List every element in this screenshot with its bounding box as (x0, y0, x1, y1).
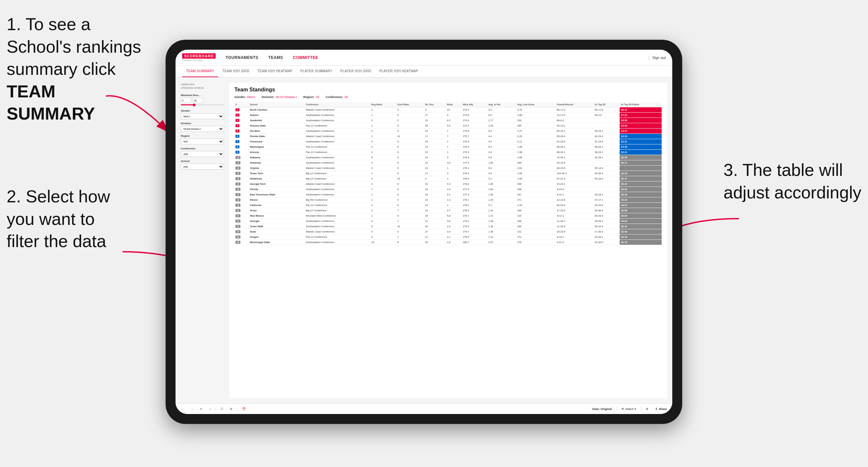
cell-vs-top50: 83.24 (620, 197, 662, 203)
cell-school: Arizona (249, 150, 305, 155)
cell-vs-top50: 87.21 (620, 113, 662, 118)
cell-vs-top25 (593, 187, 620, 192)
cell-reg-rank: 5 (370, 229, 396, 235)
table-division-filter: Division: NCAA Division I (261, 95, 297, 99)
cell-avg-par: 1.44 (488, 208, 516, 213)
cell-wins-adj: 276.1 (462, 165, 488, 171)
subnav-team-summary[interactable]: TEAM SUMMARY (182, 66, 218, 77)
cell-conf-rank: 24 (396, 176, 424, 182)
cell-rnds: 6.2 (446, 182, 462, 187)
logo-scoreboard: SCOREBOARD (182, 53, 216, 59)
subnav-team-h2h-heatmap[interactable]: TEAM H2H HEATMAP (253, 66, 297, 77)
col-avg-low: Avg. Low Score (516, 102, 556, 107)
cell-avg-low: 1.98 (516, 145, 556, 150)
cell-vs-top25: 40-29-2 (593, 134, 620, 139)
cell-rnds: 1 (446, 165, 462, 171)
cell-wins-adj: 278.5 (462, 176, 488, 182)
toolbar-back[interactable]: ← (179, 406, 186, 412)
table-row: 12 Virginia Atlantic Coast Conference 3 … (235, 165, 662, 171)
cell-overall: 63-15-1 (556, 128, 593, 134)
cell-reg-rank: 9 (370, 235, 396, 240)
cell-wins-adj: 273.5 (462, 107, 488, 113)
cell-overall: 17-33-4 (556, 208, 593, 213)
table-panel: Team Standings Gender: Men's Division: N… (229, 83, 667, 398)
cell-no-tour: 22 (424, 160, 446, 165)
school-select[interactable]: (All) (181, 164, 224, 169)
toolbar-watch-button[interactable]: 👁 Watch ▾ (619, 406, 638, 412)
cell-rnds: 7 (446, 134, 462, 139)
toolbar-settings[interactable]: ⚙ (228, 406, 235, 412)
nav-teams[interactable]: TEAMS (268, 54, 283, 61)
cell-avg-par: 5.6 (488, 155, 516, 160)
toolbar-clock[interactable]: ⏰ (240, 406, 248, 412)
region-select[interactable]: N/A (181, 138, 224, 145)
toolbar-view-button[interactable]: View: Original (590, 406, 614, 412)
cell-wins-adj: 276.2 (462, 150, 488, 155)
table-row: 16 Florida Southeastern Conference 7 9 2… (235, 187, 662, 192)
cell-vs-top25: 53-18-0 (593, 176, 620, 182)
cell-school: Arizona State (249, 123, 305, 128)
cell-conference: Big 12 Conference (305, 176, 370, 182)
cell-conf-rank: 8 (396, 240, 424, 245)
filter-region: Region N/A (181, 134, 224, 145)
cell-overall: 97-21-0 (556, 176, 593, 182)
subnav-player-h2h-heatmap[interactable]: PLAYER H2H HEATMAP (376, 66, 422, 77)
sign-out-link[interactable]: Sign out (652, 56, 665, 60)
cell-vs-top50: 80.13 (620, 240, 662, 245)
toolbar-reload[interactable]: ↻ (198, 406, 205, 412)
col-conference: Conference (305, 102, 370, 107)
instruction-step-2-text: 2. Select how you want to filter the dat… (7, 187, 110, 251)
cell-avg-low: 1.86 (516, 155, 556, 160)
toolbar-share-button[interactable]: ⇧ Share (653, 406, 669, 412)
cell-vs-top25: 40-38-3 (593, 171, 620, 176)
toolbar-grid[interactable]: ☷ (219, 406, 225, 412)
rounds-slider-track[interactable] (181, 104, 224, 105)
toolbar-home[interactable]: ⌂ (207, 406, 213, 412)
cell-rnds: 3 (446, 155, 462, 160)
cell-vs-top25: 39-20-1 (593, 145, 620, 150)
cell-rnds: 1 (446, 145, 462, 150)
table-title: Team Standings (235, 87, 662, 93)
cell-rnds: 5.8 (446, 219, 462, 224)
toolbar-separator-1 (216, 406, 216, 412)
subnav-team-h2h-grid[interactable]: TEAM H2H GRID (218, 66, 253, 77)
cell-avg-low: 2.20 (516, 134, 556, 139)
cell-vs-top25: 54-4-0 (593, 113, 620, 118)
subnav-player-h2h-grid[interactable]: PLAYER H2H GRID (337, 66, 376, 77)
minimum-rounds-label: Minimum Rou... (181, 94, 224, 97)
table-division-label: Division: (261, 95, 274, 99)
table-body: 1 North Carolina Atlantic Coast Conferen… (235, 107, 662, 245)
cell-vs-top25: 29-15-1 (593, 128, 620, 134)
cell-reg-rank: 4 (370, 203, 396, 208)
toolbar-resize[interactable]: ❖ (644, 406, 650, 412)
division-filter-label: Division (181, 122, 224, 125)
min-rounds-input[interactable] (181, 98, 191, 103)
col-rnds: Rnds (446, 102, 462, 107)
toolbar-forward[interactable]: → (188, 406, 195, 412)
nav-tournaments[interactable]: TOURNAMENTS (225, 54, 258, 61)
conference-select[interactable]: (All) (181, 151, 224, 157)
subnav-player-summary[interactable]: PLAYER SUMMARY (297, 66, 337, 77)
cell-school: Vanderbilt (249, 118, 305, 123)
cell-no-tour: 23 (424, 145, 446, 150)
cell-conf-rank: 10 (396, 224, 424, 229)
cell-rank: 26 (235, 240, 249, 245)
tablet-screen: SCOREBOARD Powered by clippi TOURNAMENTS… (176, 50, 672, 414)
cell-reg-rank: 1 (370, 171, 396, 176)
rounds-slider-thumb[interactable] (193, 104, 195, 106)
cell-overall: 18-23-0 (556, 229, 593, 235)
cell-rank: 25 (235, 235, 249, 240)
filter-gender: Gender Men's (181, 109, 224, 119)
cell-conf-rank: 6 (396, 128, 424, 134)
cell-no-tour: 22 (424, 150, 446, 155)
cell-avg-low: 269 (516, 224, 556, 229)
cell-avg-par: 6.0 (488, 165, 516, 171)
max-rounds-input[interactable] (193, 98, 203, 103)
division-select[interactable]: NCAA Division I (181, 126, 224, 132)
cell-reg-rank: 1 (370, 113, 396, 118)
nav-committee[interactable]: COMMITTEE (293, 54, 318, 61)
cell-rnds: 5.1 (446, 192, 462, 197)
cell-conf-rank: 8 (396, 165, 424, 171)
gender-select[interactable]: Men's (181, 113, 224, 119)
cell-overall: 11-28-3 (556, 224, 593, 229)
